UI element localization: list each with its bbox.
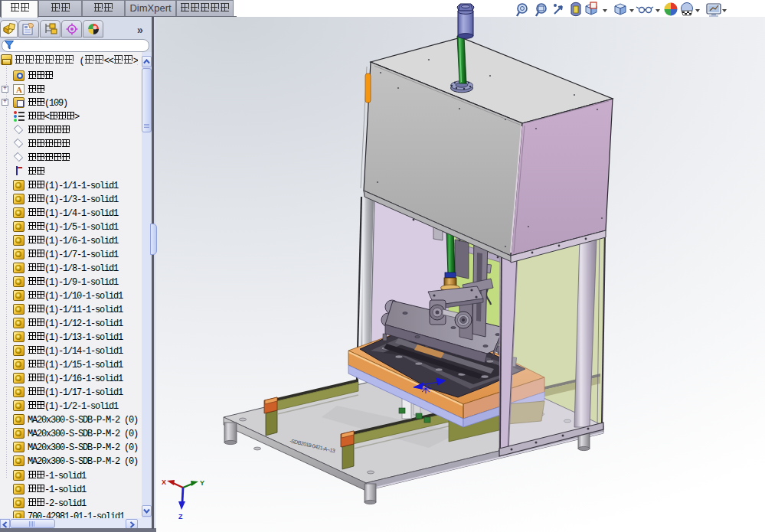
svg-text:Y: Y	[200, 479, 204, 487]
svg-text:X: X	[162, 478, 166, 486]
svg-text:Z: Z	[178, 513, 183, 521]
